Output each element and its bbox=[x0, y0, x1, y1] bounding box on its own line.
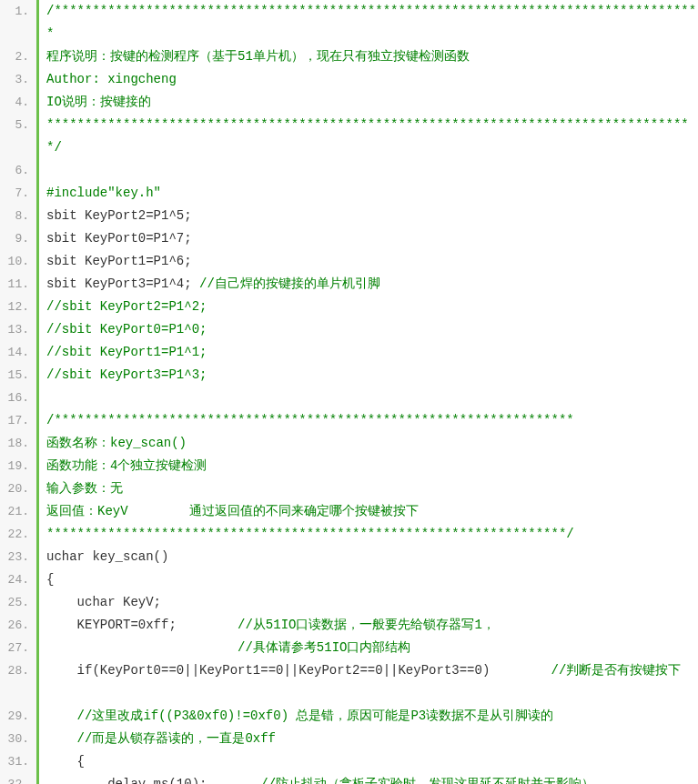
comment-token: 函数功能：4个独立按键检测 bbox=[46, 458, 207, 473]
code-line[interactable]: //sbit KeyPort1=P1^1; bbox=[46, 341, 698, 364]
code-line[interactable]: /***************************************… bbox=[46, 0, 698, 45]
comment-token: IO说明：按键接的 bbox=[46, 95, 151, 109]
line-number: 28. bbox=[0, 659, 36, 705]
comment-token: //从51IO口读数据，一般要先给锁存器写1， bbox=[238, 618, 495, 632]
line-number: 4. bbox=[0, 91, 36, 114]
comment-token: 输入参数：无 bbox=[46, 481, 123, 496]
code-line[interactable] bbox=[46, 159, 698, 182]
code-line[interactable]: //sbit KeyPort3=P1^3; bbox=[46, 364, 698, 387]
line-number: 7. bbox=[0, 182, 36, 205]
code-line[interactable]: sbit KeyPort1=P1^6; bbox=[46, 250, 698, 273]
line-number: 11. bbox=[0, 273, 36, 296]
comment-token: //sbit KeyPort0=P1^0; bbox=[46, 322, 207, 337]
line-number: 12. bbox=[0, 296, 36, 318]
code-line[interactable]: #include"key.h" bbox=[46, 182, 698, 205]
line-number: 32. bbox=[0, 773, 36, 784]
line-number: 18. bbox=[0, 432, 36, 455]
code-token: sbit KeyPort2=P1^5; bbox=[46, 208, 192, 223]
code-line[interactable]: //而是从锁存器读的，一直是0xff bbox=[46, 728, 698, 750]
code-line[interactable]: //这里改成if((P3&0xf0)!=0xf0) 总是错，原因可能是P3读数据… bbox=[46, 705, 698, 728]
line-number: 16. bbox=[0, 387, 36, 409]
code-line[interactable]: 返回值：KeyV 通过返回值的不同来确定哪个按键被按下 bbox=[46, 500, 698, 523]
comment-token: 函数名称：key_scan() bbox=[46, 436, 187, 450]
code-line[interactable]: delay_ms(10); //防止抖动（拿板子实验时，发现这里延不延时并无影响… bbox=[46, 773, 698, 784]
comment-token: 返回值：KeyV 通过返回值的不同来确定哪个按键被按下 bbox=[46, 504, 419, 518]
code-line[interactable]: ****************************************… bbox=[46, 114, 698, 159]
code-token bbox=[46, 640, 238, 655]
line-number: 10. bbox=[0, 250, 36, 273]
code-content[interactable]: /***************************************… bbox=[36, 0, 698, 784]
comment-token: //防止抖动（拿板子实验时，发现这里延不延时并无影响） bbox=[260, 777, 594, 784]
comment-token: //这里改成if((P3&0xf0)!=0xf0) 总是错，原因可能是P3读数据… bbox=[77, 709, 554, 723]
code-line[interactable]: KEYPORT=0xff; //从51IO口读数据，一般要先给锁存器写1， bbox=[46, 614, 698, 637]
code-line[interactable]: 函数名称：key_scan() bbox=[46, 432, 698, 455]
comment-token: /***************************************… bbox=[46, 4, 696, 41]
code-token: KEYPORT=0xff; bbox=[46, 618, 238, 632]
line-number: 2. bbox=[0, 45, 36, 68]
code-line[interactable]: ****************************************… bbox=[46, 523, 698, 546]
line-number: 9. bbox=[0, 227, 36, 250]
line-number: 20. bbox=[0, 477, 36, 500]
code-line[interactable]: 程序说明：按键的检测程序（基于51单片机），现在只有独立按键检测函数 bbox=[46, 45, 698, 68]
comment-token: //判断是否有按键按下 bbox=[551, 663, 682, 678]
code-token bbox=[46, 731, 77, 746]
comment-token: //而是从锁存器读的，一直是0xff bbox=[77, 731, 276, 746]
code-line[interactable]: IO说明：按键接的 bbox=[46, 91, 698, 114]
line-number: 8. bbox=[0, 205, 36, 227]
comment-token: //自己焊的按键接的单片机引脚 bbox=[199, 276, 380, 291]
code-line[interactable]: if(KeyPort0==0||KeyPort1==0||KeyPort2==0… bbox=[46, 659, 698, 705]
code-line[interactable]: 函数功能：4个独立按键检测 bbox=[46, 455, 698, 477]
code-line[interactable]: { bbox=[46, 750, 698, 773]
comment-token: ****************************************… bbox=[46, 117, 689, 155]
line-number: 29. bbox=[0, 705, 36, 728]
code-token: uchar KeyV; bbox=[46, 595, 161, 609]
line-number: 13. bbox=[0, 318, 36, 341]
code-token bbox=[46, 709, 77, 723]
comment-token: /***************************************… bbox=[46, 413, 574, 427]
code-line[interactable]: /***************************************… bbox=[46, 409, 698, 432]
code-token: delay_ms(10); bbox=[46, 777, 260, 784]
line-number: 15. bbox=[0, 364, 36, 387]
code-token: sbit KeyPort1=P1^6; bbox=[46, 254, 192, 268]
line-number: 26. bbox=[0, 614, 36, 637]
code-line[interactable]: //sbit KeyPort2=P1^2; bbox=[46, 296, 698, 318]
code-token: uchar key_scan() bbox=[46, 549, 168, 564]
code-line[interactable]: sbit KeyPort3=P1^4; //自己焊的按键接的单片机引脚 bbox=[46, 273, 698, 296]
code-line[interactable]: { bbox=[46, 568, 698, 591]
line-number: 17. bbox=[0, 409, 36, 432]
code-line[interactable]: sbit KeyPort2=P1^5; bbox=[46, 205, 698, 227]
code-editor: 1.2.3.4.5.6.7.8.9.10.11.12.13.14.15.16.1… bbox=[0, 0, 698, 784]
line-number: 14. bbox=[0, 341, 36, 364]
line-number: 21. bbox=[0, 500, 36, 523]
comment-token: #include"key.h" bbox=[46, 186, 161, 200]
line-number: 6. bbox=[0, 159, 36, 182]
comment-token: 程序说明：按键的检测程序（基于51单片机），现在只有独立按键检测函数 bbox=[46, 49, 470, 64]
line-number: 19. bbox=[0, 455, 36, 477]
code-line[interactable]: sbit KeyPort0=P1^7; bbox=[46, 227, 698, 250]
comment-token: Author: xingcheng bbox=[46, 72, 177, 86]
line-number: 25. bbox=[0, 591, 36, 614]
line-number: 27. bbox=[0, 637, 36, 659]
code-line[interactable]: //sbit KeyPort0=P1^0; bbox=[46, 318, 698, 341]
line-number: 30. bbox=[0, 728, 36, 750]
code-token: sbit KeyPort3=P1^4; bbox=[46, 276, 199, 291]
code-line[interactable]: uchar key_scan() bbox=[46, 546, 698, 568]
code-line[interactable]: 输入参数：无 bbox=[46, 477, 698, 500]
code-token: { bbox=[46, 572, 54, 587]
line-number: 3. bbox=[0, 68, 36, 91]
comment-token: ****************************************… bbox=[46, 527, 574, 541]
code-line[interactable]: uchar KeyV; bbox=[46, 591, 698, 614]
line-number: 31. bbox=[0, 750, 36, 773]
code-line[interactable] bbox=[46, 387, 698, 409]
line-number: 5. bbox=[0, 114, 36, 159]
line-number: 22. bbox=[0, 523, 36, 546]
line-number-gutter: 1.2.3.4.5.6.7.8.9.10.11.12.13.14.15.16.1… bbox=[0, 0, 36, 784]
comment-token: //sbit KeyPort2=P1^2; bbox=[46, 299, 207, 314]
comment-token: //sbit KeyPort3=P1^3; bbox=[46, 367, 207, 382]
code-line[interactable]: Author: xingcheng bbox=[46, 68, 698, 91]
comment-token: //sbit KeyPort1=P1^1; bbox=[46, 345, 207, 359]
code-line[interactable]: //具体请参考51IO口内部结构 bbox=[46, 637, 698, 659]
code-token: if(KeyPort0==0||KeyPort1==0||KeyPort2==0… bbox=[46, 663, 551, 678]
code-token: { bbox=[46, 754, 85, 769]
line-number: 1. bbox=[0, 0, 36, 45]
